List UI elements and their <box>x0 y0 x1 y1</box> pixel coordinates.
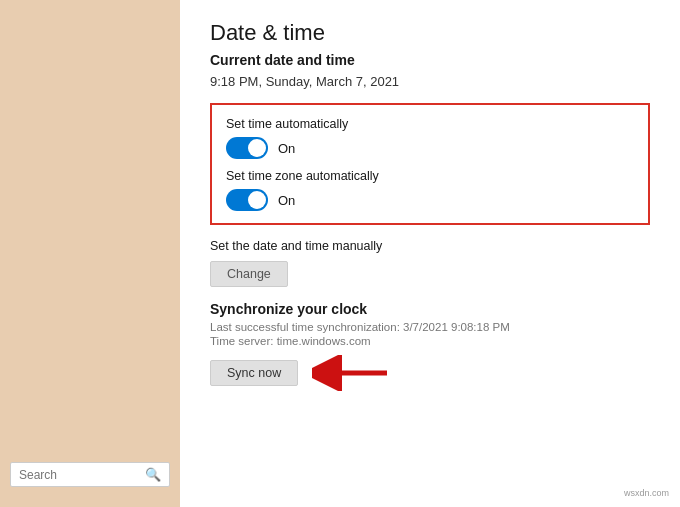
sync-now-wrapper: Sync now <box>210 355 650 391</box>
manual-title: Set the date and time manually <box>210 239 650 253</box>
sync-section: Synchronize your clock Last successful t… <box>210 301 650 391</box>
set-time-toggle-row: On <box>226 137 634 159</box>
set-time-label: Set time automatically <box>226 117 634 131</box>
page-title: Date & time <box>210 20 650 46</box>
search-box[interactable]: 🔍 <box>10 462 170 487</box>
change-button[interactable]: Change <box>210 261 288 287</box>
set-time-status: On <box>278 141 295 156</box>
set-timezone-toggle[interactable] <box>226 189 268 211</box>
watermark: wsxdn.com <box>621 487 672 499</box>
auto-settings-box: Set time automatically On Set time zone … <box>210 103 650 225</box>
search-input[interactable] <box>19 468 145 482</box>
manual-section: Set the date and time manually Change <box>210 239 650 287</box>
sync-now-button[interactable]: Sync now <box>210 360 298 386</box>
current-time-value: 9:18 PM, Sunday, March 7, 2021 <box>210 74 650 89</box>
search-icon: 🔍 <box>145 467 161 482</box>
main-content: Date & time Current date and time 9:18 P… <box>180 0 680 507</box>
time-server-info: Time server: time.windows.com <box>210 335 650 347</box>
set-timezone-toggle-row: On <box>226 189 634 211</box>
red-arrow-icon <box>312 355 392 391</box>
sync-title: Synchronize your clock <box>210 301 650 317</box>
set-timezone-label: Set time zone automatically <box>226 169 634 183</box>
last-sync-info: Last successful time synchronization: 3/… <box>210 321 650 333</box>
set-timezone-status: On <box>278 193 295 208</box>
set-time-toggle[interactable] <box>226 137 268 159</box>
sidebar: 🔍 <box>0 0 180 507</box>
set-time-row: Set time automatically On <box>226 117 634 159</box>
set-timezone-row: Set time zone automatically On <box>226 169 634 211</box>
current-date-time-heading: Current date and time <box>210 52 650 68</box>
